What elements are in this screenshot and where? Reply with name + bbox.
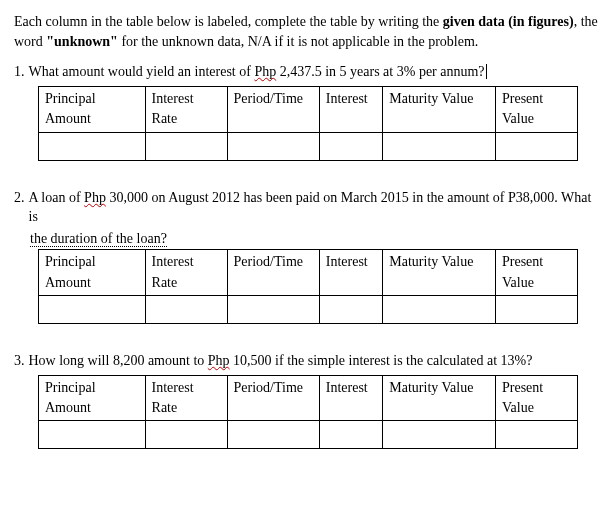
- problem-3-post: 10,500 if the simple interest is the cal…: [230, 353, 533, 368]
- cell-interest[interactable]: [319, 421, 383, 449]
- problem-2-number: 2.: [14, 189, 25, 208]
- table-data-row: [39, 421, 578, 449]
- problem-1-text: 1. What amount would yield an interest o…: [14, 63, 601, 82]
- instr-part3: for the unknown data, N/A if it is not a…: [118, 34, 478, 49]
- problem-3-wavy: Php: [208, 353, 230, 368]
- problem-2-post: 30,000 on August 2012 has been paid on M…: [29, 190, 592, 224]
- header-maturity: Maturity Value: [383, 375, 496, 421]
- cell-rate[interactable]: [145, 421, 227, 449]
- table-header-row: PrincipalAmount InterestRate Period/Time…: [39, 250, 578, 296]
- header-rate: InterestRate: [145, 375, 227, 421]
- cell-period[interactable]: [227, 295, 319, 323]
- header-period: Period/Time: [227, 375, 319, 421]
- table-data-row: [39, 132, 578, 160]
- instr-bold1: given data (in figures): [443, 14, 574, 29]
- cell-period[interactable]: [227, 132, 319, 160]
- problem-3-pre: How long will 8,200 amount to: [29, 353, 208, 368]
- table-data-row: [39, 295, 578, 323]
- cell-principal[interactable]: [39, 295, 146, 323]
- header-present: PresentValue: [495, 250, 577, 296]
- header-interest: Interest: [319, 87, 383, 133]
- problem-2-subtext-content: the duration of the loan?: [30, 231, 167, 247]
- cell-present[interactable]: [495, 295, 577, 323]
- header-principal-line2: Amount: [45, 111, 91, 126]
- problem-1-wavy: Php: [254, 64, 276, 79]
- cell-rate[interactable]: [145, 295, 227, 323]
- header-rate-line1: Interest: [152, 254, 194, 269]
- cell-rate[interactable]: [145, 132, 227, 160]
- cell-maturity[interactable]: [383, 421, 496, 449]
- problem-3-text: 3. How long will 8,200 amount to Php 10,…: [14, 352, 601, 371]
- problem-1-question: What amount would yield an interest of P…: [29, 63, 602, 82]
- cell-principal[interactable]: [39, 421, 146, 449]
- header-principal: PrincipalAmount: [39, 375, 146, 421]
- cell-present[interactable]: [495, 132, 577, 160]
- header-principal: PrincipalAmount: [39, 87, 146, 133]
- header-maturity: Maturity Value: [383, 87, 496, 133]
- header-period: Period/Time: [227, 87, 319, 133]
- problem-1-number: 1.: [14, 63, 25, 82]
- problem-2-text: 2. A loan of Php 30,000 on August 2012 h…: [14, 189, 601, 227]
- cell-interest[interactable]: [319, 132, 383, 160]
- header-interest: Interest: [319, 375, 383, 421]
- table-header-row: PrincipalAmount InterestRate Period/Time…: [39, 375, 578, 421]
- problem-2-pre: A loan of: [29, 190, 85, 205]
- header-principal-line1: Principal: [45, 380, 96, 395]
- header-principal-line2: Amount: [45, 275, 91, 290]
- header-present-line1: Present: [502, 380, 543, 395]
- header-maturity: Maturity Value: [383, 250, 496, 296]
- header-rate-line1: Interest: [152, 380, 194, 395]
- header-principal-line2: Amount: [45, 400, 91, 415]
- problem-3-question: How long will 8,200 amount to Php 10,500…: [29, 352, 602, 371]
- header-rate-line2: Rate: [152, 111, 178, 126]
- header-present-line2: Value: [502, 400, 534, 415]
- problem-1: 1. What amount would yield an interest o…: [14, 63, 601, 160]
- problem-3-number: 3.: [14, 352, 25, 371]
- header-rate-line2: Rate: [152, 275, 178, 290]
- problem-1-post: 2,437.5 in 5 years at 3% per annum?: [276, 64, 484, 79]
- text-cursor: [486, 64, 487, 79]
- header-principal-line1: Principal: [45, 91, 96, 106]
- cell-interest[interactable]: [319, 295, 383, 323]
- cell-principal[interactable]: [39, 132, 146, 160]
- cell-maturity[interactable]: [383, 295, 496, 323]
- instr-bold2: "unknown": [46, 34, 118, 49]
- problem-1-pre: What amount would yield an interest of: [29, 64, 255, 79]
- header-rate: InterestRate: [145, 250, 227, 296]
- instr-part1: Each column in the table below is labele…: [14, 14, 443, 29]
- header-principal: PrincipalAmount: [39, 250, 146, 296]
- header-rate-line2: Rate: [152, 400, 178, 415]
- instructions: Each column in the table below is labele…: [14, 12, 601, 51]
- problem-2-subtext: the duration of the loan?: [30, 230, 601, 249]
- header-rate-line1: Interest: [152, 91, 194, 106]
- header-present: PresentValue: [495, 375, 577, 421]
- header-present-line2: Value: [502, 111, 534, 126]
- cell-present[interactable]: [495, 421, 577, 449]
- problem-2-question: A loan of Php 30,000 on August 2012 has …: [29, 189, 602, 227]
- header-rate: InterestRate: [145, 87, 227, 133]
- header-present-line2: Value: [502, 275, 534, 290]
- header-present: PresentValue: [495, 87, 577, 133]
- header-principal-line1: Principal: [45, 254, 96, 269]
- cell-maturity[interactable]: [383, 132, 496, 160]
- problem-3: 3. How long will 8,200 amount to Php 10,…: [14, 352, 601, 449]
- problem-2: 2. A loan of Php 30,000 on August 2012 h…: [14, 189, 601, 324]
- cell-period[interactable]: [227, 421, 319, 449]
- problem-3-table: PrincipalAmount InterestRate Period/Time…: [38, 375, 578, 450]
- header-period: Period/Time: [227, 250, 319, 296]
- problem-1-table: PrincipalAmount InterestRate Period/Time…: [38, 86, 578, 161]
- header-present-line1: Present: [502, 91, 543, 106]
- header-interest: Interest: [319, 250, 383, 296]
- problem-2-table: PrincipalAmount InterestRate Period/Time…: [38, 249, 578, 324]
- header-present-line1: Present: [502, 254, 543, 269]
- problem-2-wavy: Php: [84, 190, 106, 205]
- table-header-row: PrincipalAmount InterestRate Period/Time…: [39, 87, 578, 133]
